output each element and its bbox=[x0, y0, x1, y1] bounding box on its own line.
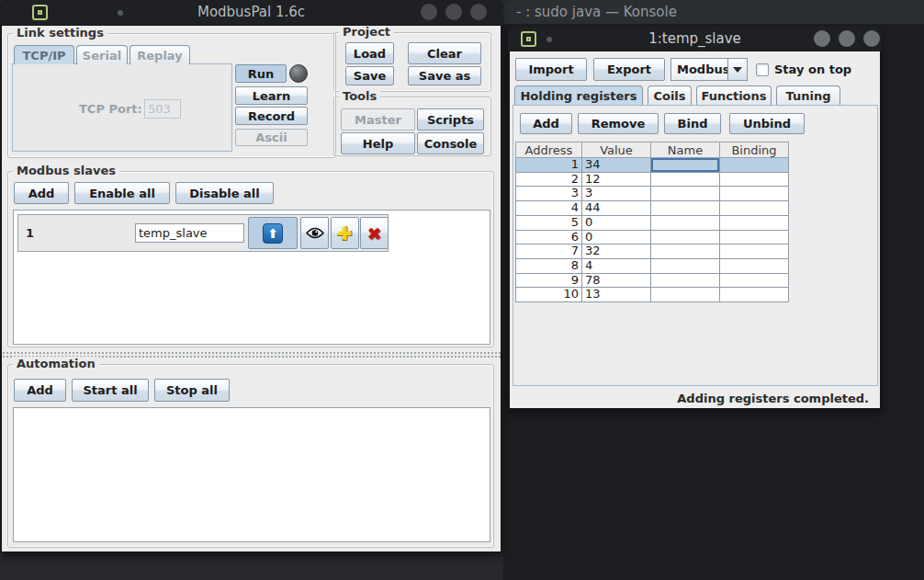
start-all-button[interactable]: Start all bbox=[72, 379, 149, 402]
slave-name-input[interactable] bbox=[135, 223, 244, 243]
tcp-port-input[interactable] bbox=[144, 99, 181, 119]
window-close-button[interactable] bbox=[470, 4, 487, 20]
slave-enabled-toggle[interactable]: ⬆ bbox=[248, 217, 298, 249]
console-button[interactable]: Console bbox=[417, 132, 484, 154]
slave-duplicate-button[interactable]: ✚ bbox=[331, 217, 359, 249]
table-row[interactable]: 84 bbox=[516, 258, 789, 273]
cell-address[interactable]: 5 bbox=[516, 215, 582, 230]
cell-binding[interactable] bbox=[720, 158, 789, 173]
slave-add-button[interactable]: Add bbox=[14, 182, 69, 204]
cell-binding[interactable] bbox=[720, 230, 789, 245]
cell-name[interactable] bbox=[651, 158, 720, 173]
tab-functions[interactable]: Functions bbox=[696, 85, 772, 105]
cell-binding[interactable] bbox=[720, 273, 789, 288]
cell-address[interactable]: 8 bbox=[516, 258, 582, 273]
cell-name[interactable] bbox=[651, 230, 720, 245]
konsole-titlebar[interactable]: - : sudo java — Konsole bbox=[503, 0, 924, 24]
register-add-button[interactable]: Add bbox=[520, 113, 572, 134]
window-maximize-button[interactable] bbox=[445, 4, 462, 20]
cell-address[interactable]: 6 bbox=[516, 230, 582, 245]
cell-address[interactable]: 3 bbox=[516, 187, 582, 201]
tab-holding-registers[interactable]: Holding registers bbox=[514, 85, 643, 105]
ascii-button[interactable]: Ascii bbox=[235, 129, 308, 146]
enable-all-button[interactable]: Enable all bbox=[74, 182, 170, 204]
register-bind-button[interactable]: Bind bbox=[664, 113, 721, 134]
table-row[interactable]: 60 bbox=[516, 230, 789, 245]
table-row[interactable]: 50 bbox=[516, 215, 789, 230]
column-header-value[interactable]: Value bbox=[582, 142, 651, 158]
import-button[interactable]: Import bbox=[515, 58, 587, 81]
cell-address[interactable]: 10 bbox=[516, 288, 582, 302]
stay-on-top-checkbox[interactable] bbox=[756, 63, 769, 76]
cell-name[interactable] bbox=[651, 258, 720, 273]
table-row[interactable]: 978 bbox=[516, 273, 789, 288]
stop-all-button[interactable]: Stop all bbox=[154, 379, 230, 402]
cell-value[interactable]: 12 bbox=[582, 172, 651, 187]
cell-value[interactable]: 44 bbox=[582, 201, 651, 216]
cell-value[interactable]: 0 bbox=[582, 230, 651, 245]
cell-value[interactable]: 78 bbox=[582, 273, 651, 288]
cell-value[interactable]: 34 bbox=[582, 158, 651, 173]
cell-address[interactable]: 1 bbox=[516, 158, 582, 173]
window-minimize-button[interactable] bbox=[814, 30, 830, 47]
cell-name[interactable] bbox=[651, 273, 720, 288]
combo-arrow-button[interactable] bbox=[727, 58, 748, 81]
table-row[interactable]: 134 bbox=[516, 158, 789, 173]
record-button[interactable]: Record bbox=[235, 107, 308, 125]
slave-row[interactable]: 1 ⬆ ✚ bbox=[17, 214, 389, 252]
window-close-button[interactable] bbox=[863, 30, 880, 47]
modbuspal-titlebar[interactable]: ModbusPal 1.6c bbox=[0, 0, 502, 25]
cell-name[interactable] bbox=[651, 215, 720, 230]
cell-binding[interactable] bbox=[720, 215, 789, 230]
table-row[interactable]: 212 bbox=[516, 172, 789, 187]
cell-address[interactable]: 9 bbox=[516, 273, 582, 288]
tab-serial[interactable]: Serial bbox=[76, 45, 128, 64]
cell-binding[interactable] bbox=[720, 245, 789, 259]
tab-tuning[interactable]: Tuning bbox=[776, 85, 840, 105]
table-row[interactable]: 33 bbox=[516, 187, 789, 201]
master-button[interactable]: Master bbox=[341, 108, 415, 131]
disable-all-button[interactable]: Disable all bbox=[175, 182, 274, 204]
cell-name[interactable] bbox=[651, 288, 720, 302]
cell-address[interactable]: 4 bbox=[516, 201, 582, 216]
table-row[interactable]: 444 bbox=[516, 201, 789, 216]
automation-add-button[interactable]: Add bbox=[14, 379, 66, 402]
learn-button[interactable]: Learn bbox=[235, 86, 308, 105]
cell-name[interactable] bbox=[651, 201, 720, 216]
clear-button[interactable]: Clear bbox=[408, 42, 481, 64]
cell-value[interactable]: 13 bbox=[582, 288, 651, 302]
window-maximize-button[interactable] bbox=[839, 30, 855, 47]
slave-titlebar[interactable]: 1:temp_slave bbox=[508, 27, 882, 51]
window-minimize-button[interactable] bbox=[421, 4, 437, 20]
cell-binding[interactable] bbox=[720, 172, 789, 187]
cell-value[interactable]: 32 bbox=[582, 245, 651, 259]
cell-binding[interactable] bbox=[720, 258, 789, 273]
scripts-button[interactable]: Scripts bbox=[417, 108, 484, 131]
load-button[interactable]: Load bbox=[345, 42, 394, 64]
table-row[interactable]: 1013 bbox=[516, 288, 789, 302]
cell-value[interactable]: 3 bbox=[582, 187, 651, 201]
cell-address[interactable]: 7 bbox=[516, 245, 582, 259]
help-button[interactable]: Help bbox=[341, 132, 415, 154]
slave-delete-button[interactable]: ✖ bbox=[360, 217, 389, 249]
tab-coils[interactable]: Coils bbox=[648, 85, 692, 105]
cell-binding[interactable] bbox=[720, 187, 789, 201]
run-button[interactable]: Run bbox=[235, 64, 287, 83]
tab-replay[interactable]: Replay bbox=[130, 45, 190, 64]
tab-tcpip[interactable]: TCP/IP bbox=[14, 45, 74, 64]
column-header-name[interactable]: Name bbox=[651, 142, 720, 158]
column-header-address[interactable]: Address bbox=[516, 142, 582, 158]
register-unbind-button[interactable]: Unbind bbox=[729, 113, 805, 134]
cell-value[interactable]: 4 bbox=[582, 258, 651, 273]
save-as-button[interactable]: Save as bbox=[408, 66, 481, 85]
column-header-binding[interactable]: Binding bbox=[720, 142, 789, 158]
cell-address[interactable]: 2 bbox=[516, 172, 582, 187]
table-row[interactable]: 732 bbox=[516, 245, 789, 259]
cell-value[interactable]: 0 bbox=[582, 215, 651, 230]
export-button[interactable]: Export bbox=[593, 58, 665, 81]
cell-binding[interactable] bbox=[720, 288, 789, 302]
cell-name[interactable] bbox=[651, 245, 720, 259]
protocol-select[interactable]: Modbus bbox=[670, 58, 748, 81]
cell-name[interactable] bbox=[651, 187, 720, 201]
cell-name[interactable] bbox=[651, 172, 720, 187]
